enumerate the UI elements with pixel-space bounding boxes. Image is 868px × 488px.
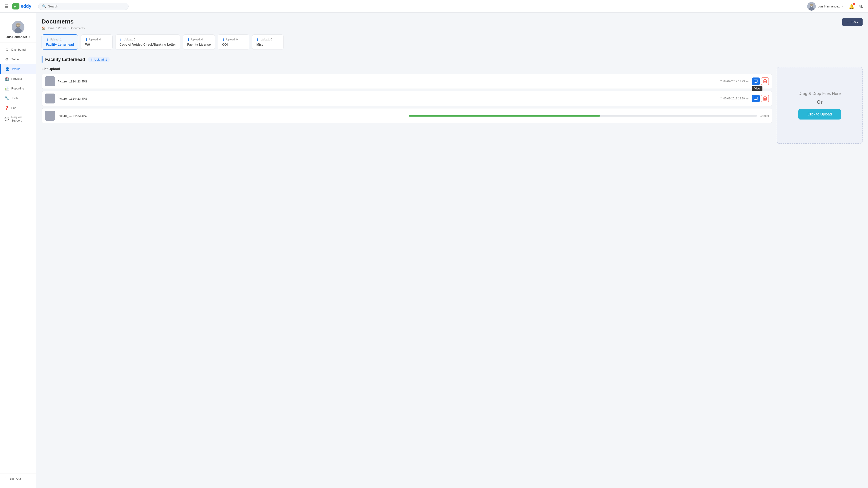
back-button[interactable]: ← Back <box>842 18 863 26</box>
view-button[interactable] <box>752 77 760 85</box>
svg-rect-16 <box>755 83 757 83</box>
logo-icon: e <box>12 3 20 9</box>
upload-count: Upload: 0 <box>124 38 135 41</box>
upload-count: Upload: 0 <box>191 38 203 41</box>
page-title: Documents <box>41 18 85 25</box>
search-bar[interactable]: 🔍 <box>38 3 129 10</box>
sidebar-item-profile[interactable]: 👤 Profile <box>0 64 36 74</box>
doc-card-misc[interactable]: ⬆ Upload: 0 Misc <box>252 34 284 50</box>
upload-filename: Picture_...324423.JPG <box>58 114 406 118</box>
topnav-right: Luis Hernandez ▼ 🔔 🛍 <box>807 2 864 11</box>
monitor-icon <box>754 79 758 84</box>
upload-list: Picture_...324423.JPG ⏱ 07-02-2019 12:29… <box>41 74 772 123</box>
card-name: COI <box>222 43 245 46</box>
card-name: W9 <box>85 43 108 46</box>
svg-rect-23 <box>763 97 767 100</box>
doc-card-facility-license[interactable]: ⬆ Upload: 0 Facility License <box>183 34 215 50</box>
notification-badge <box>853 3 855 5</box>
click-to-upload-button[interactable]: Click to Upload <box>798 109 841 120</box>
drop-zone[interactable]: Drag & Drop Files Here Or Click to Uploa… <box>777 67 863 144</box>
cart-icon[interactable]: 🛍 <box>859 4 864 9</box>
upload-actions: View <box>752 77 769 85</box>
tools-icon: 🔧 <box>4 96 9 100</box>
search-input[interactable] <box>48 4 125 8</box>
sidebar-item-setting[interactable]: ⚙ Setting <box>0 55 36 64</box>
sidebar-avatar <box>12 21 24 33</box>
upload-badge: ⬆ Upload: 0 <box>120 38 176 41</box>
doc-card-copy-voided[interactable]: ⬆ Upload: 0 Copy of Voided Check/Banking… <box>115 34 180 50</box>
app-logo: e eddy <box>12 3 31 9</box>
sidebar-item-label: Setting <box>11 58 20 61</box>
notification-bell[interactable]: 🔔 <box>849 4 855 9</box>
upload-date: ⏱ 07-02-2019 12:29 am <box>720 80 749 83</box>
section-upload-label: Upload: 1 <box>94 58 107 61</box>
document-cards: ⬆ Upload: 1 Facility Letterhead ⬆ Upload… <box>41 34 863 50</box>
sidebar-item-dashboard[interactable]: ⊙ Dashboard <box>0 45 36 55</box>
svg-rect-20 <box>754 97 758 99</box>
svg-rect-21 <box>755 99 756 100</box>
upload-icon: ⬆ <box>46 38 49 41</box>
user-menu[interactable]: Luis Hernandez ▼ <box>807 2 844 11</box>
main-content: Documents 🏠 Home / Profile / Documents ←… <box>36 13 868 488</box>
trash-icon <box>763 79 767 84</box>
upload-badge: ⬆ Upload: 0 <box>256 38 279 41</box>
sidebar-item-label: Request Support <box>11 116 31 122</box>
upload-icon: ⬆ <box>222 38 225 41</box>
section-upload-badge: ⬆ Upload: 1 <box>88 57 110 62</box>
breadcrumb-home[interactable]: Home <box>46 26 55 30</box>
card-name: Facility Letterhead <box>46 43 74 46</box>
hamburger-icon[interactable]: ☰ <box>4 4 8 9</box>
doc-card-facility-letterhead[interactable]: ⬆ Upload: 1 Facility Letterhead <box>41 34 78 50</box>
logo-text: eddy <box>21 4 31 9</box>
svg-rect-14 <box>754 80 758 82</box>
upload-count: Upload: 1 <box>50 38 61 41</box>
sidebar-username[interactable]: Luis Hernandez ▼ <box>5 35 31 39</box>
sidebar-item-faq[interactable]: ❓ Faq <box>0 103 36 113</box>
profile-icon: 👤 <box>5 67 10 71</box>
upload-item: Picture_...324423.JPG Cancel <box>41 108 772 123</box>
sidebar-item-provider[interactable]: 🏥 Provider <box>0 74 36 84</box>
signout-button[interactable]: ⬚ Sign Out <box>0 474 36 484</box>
upload-badge: ⬆ Upload: 0 <box>85 38 108 41</box>
eddy-logo-svg: e <box>13 3 19 9</box>
sidebar-avatar-img <box>12 21 24 33</box>
view-button[interactable] <box>752 95 760 102</box>
sidebar-item-reporting[interactable]: 📊 Reporting <box>0 84 36 93</box>
page-title-area: Documents 🏠 Home / Profile / Documents <box>41 18 85 30</box>
list-upload: List Upload Picture_...324423.JPG ⏱ 07-0… <box>41 67 772 144</box>
card-name: Misc <box>256 43 279 46</box>
section-indicator <box>41 56 42 63</box>
doc-card-coi[interactable]: ⬆ Upload: 0 COI <box>218 34 249 50</box>
upload-progress <box>409 115 757 117</box>
page-header: Documents 🏠 Home / Profile / Documents ←… <box>41 18 863 30</box>
upload-badge: ⬆ Upload: 0 <box>187 38 211 41</box>
cancel-upload-button[interactable]: Cancel <box>760 114 769 118</box>
chevron-down-icon: ▼ <box>28 36 31 38</box>
svg-rect-22 <box>755 100 757 100</box>
sidebar-item-label: Tools <box>11 96 18 100</box>
doc-card-w9[interactable]: ⬆ Upload: 0 W9 <box>81 34 113 50</box>
progress-bar-fill <box>409 115 600 117</box>
provider-icon: 🏥 <box>4 76 9 81</box>
upload-date: ⏱ 07-02-2019 12:29 am <box>720 97 749 100</box>
user-avatar-img <box>807 2 816 11</box>
upload-item: Picture_...324423.JPG ⏱ 07-02-2019 12:29… <box>41 74 772 89</box>
or-text: Or <box>817 99 823 105</box>
upload-item: Picture_...324423.JPG ⏱ 07-02-2019 12:29… <box>41 91 772 106</box>
upload-thumbnail <box>45 94 55 103</box>
section-header: Facility Letterhead ⬆ Upload: 1 <box>41 56 863 63</box>
sidebar-item-label: Reporting <box>11 87 24 90</box>
sidebar: Luis Hernandez ▼ ⊙ Dashboard ⚙ Setting 👤… <box>0 13 36 488</box>
delete-button[interactable] <box>761 95 769 102</box>
sidebar-item-tools[interactable]: 🔧 Tools <box>0 93 36 103</box>
upload-count: Upload: 0 <box>89 38 101 41</box>
svg-rect-17 <box>763 80 767 83</box>
breadcrumb-profile[interactable]: Profile <box>58 26 66 30</box>
card-name: Facility License <box>187 43 211 46</box>
clock-icon: ⏱ <box>720 97 722 100</box>
upload-badge: ⬆ Upload: 0 <box>222 38 245 41</box>
sidebar-item-request-support[interactable]: 💬 Request Support <box>0 113 36 125</box>
delete-button[interactable] <box>761 77 769 85</box>
monitor-icon <box>754 96 758 101</box>
breadcrumb-sep-1: / <box>56 26 57 30</box>
